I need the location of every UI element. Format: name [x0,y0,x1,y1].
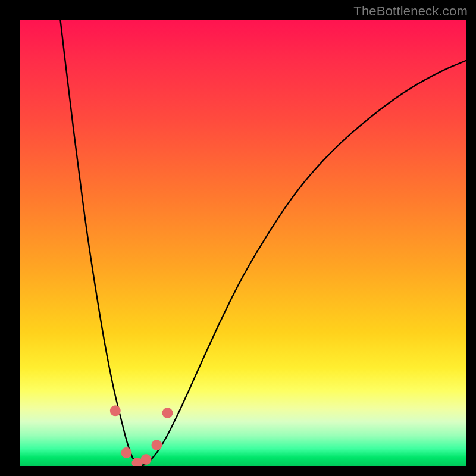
watermark-text: TheBottleneck.com [353,4,468,19]
bottleneck-curve-path [61,20,467,465]
dot-left-lower [121,447,132,458]
curve-svg [20,20,466,466]
dot-right-upper [162,408,173,418]
dot-center-right [141,454,152,465]
dot-right-lower [152,440,162,450]
dot-left-upper [110,405,121,416]
plot-area [20,20,466,466]
chart-frame: TheBottleneck.com [0,0,476,476]
